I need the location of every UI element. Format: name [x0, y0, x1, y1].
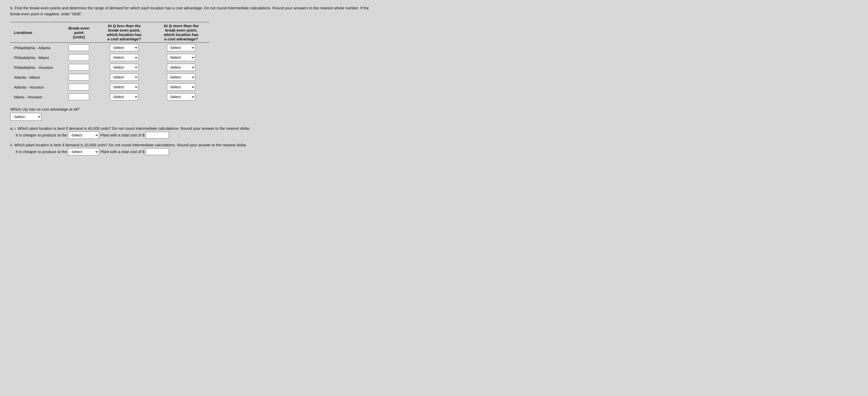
which-city-select[interactable]: -Select-PhiladelphiaAtlantaMiamiHouston: [10, 113, 41, 121]
select-more[interactable]: -Select-PhiladelphiaAtlantaMiamiHouston: [167, 44, 195, 51]
part-c-ii: ii. Which plant location is best if dema…: [10, 142, 858, 155]
part-ci-cost-input[interactable]: [146, 132, 169, 139]
part-ci-period: .: [170, 133, 171, 137]
table-cell-breakeven: [62, 43, 96, 53]
breakeven-input[interactable]: [68, 93, 89, 100]
table-row: Philadelphia - Houston-Select-Philadelph…: [10, 62, 210, 72]
table-cell-select-less: -Select-PhiladelphiaAtlantaMiamiHouston: [96, 92, 153, 102]
table-cell-location: Philadelphia - Atlanta: [10, 43, 62, 53]
table-cell-select-less: -Select-PhiladelphiaAtlantaMiamiHouston: [96, 53, 153, 62]
table-cell-location: Atlanta - Miami: [10, 72, 62, 82]
select-less[interactable]: -Select-PhiladelphiaAtlantaMiamiHouston: [110, 74, 138, 81]
part-cii-text-after: Plant with a total cost of $: [100, 149, 145, 154]
breakeven-input[interactable]: [68, 54, 89, 61]
table-cell-select-more: -Select-PhiladelphiaAtlantaMiamiHouston: [153, 62, 210, 72]
table-cell-select-more: -Select-PhiladelphiaAtlantaMiamiHouston: [153, 43, 210, 53]
breakeven-input[interactable]: [68, 74, 89, 81]
table-row: Philadelphia - Miami-Select-Philadelphia…: [10, 53, 210, 62]
select-more[interactable]: -Select-PhiladelphiaAtlantaMiamiHouston: [167, 74, 195, 81]
part-c-i: c. i. Which plant location is best if de…: [10, 125, 858, 139]
intro-text-b: b. Find the break-even points and determ…: [10, 5, 373, 17]
part-ci-question: i. Which plant location is best if deman…: [15, 126, 250, 131]
part-ci-text-after: Plant with a total cost of $: [100, 133, 145, 137]
table-cell-select-less: -Select-PhiladelphiaAtlantaMiamiHouston: [96, 82, 153, 92]
col-header-at-q-more: At Q more than thebreak-even point,which…: [153, 22, 210, 43]
table-cell-breakeven: [62, 53, 96, 62]
col-header-breakeven: Break-even point(units): [62, 22, 96, 43]
which-city-section: Which city has no cost advantage at all?…: [10, 107, 858, 121]
break-even-table-wrapper: Locations Break-even point(units) At Q l…: [10, 22, 858, 102]
part-cii-cost-input[interactable]: [146, 148, 169, 155]
table-row: Philadelphia - Atlanta-Select-Philadelph…: [10, 43, 210, 53]
select-less[interactable]: -Select-PhiladelphiaAtlantaMiamiHouston: [110, 54, 138, 61]
section-c: c. i. Which plant location is best if de…: [10, 125, 858, 155]
table-cell-breakeven: [62, 72, 96, 82]
select-less[interactable]: -Select-PhiladelphiaAtlantaMiamiHouston: [110, 83, 138, 91]
part-cii-question: ii. Which plant location is best if dema…: [10, 143, 247, 147]
table-cell-breakeven: [62, 82, 96, 92]
table-cell-select-less: -Select-PhiladelphiaAtlantaMiamiHouston: [96, 62, 153, 72]
which-city-question: Which city has no cost advantage at all?: [10, 107, 80, 111]
select-more[interactable]: -Select-PhiladelphiaAtlantaMiamiHouston: [167, 54, 195, 61]
part-cii-location-select[interactable]: -Select-PhiladelphiaAtlantaMiamiHouston: [68, 148, 99, 155]
part-cii-text-before: It is cheaper to produce at the: [16, 149, 67, 154]
breakeven-input[interactable]: [68, 44, 89, 51]
breakeven-input[interactable]: [68, 64, 89, 71]
table-row: Atlanta - Houston-Select-PhiladelphiaAtl…: [10, 82, 210, 92]
table-cell-breakeven: [62, 62, 96, 72]
table-cell-location: Miami - Houston: [10, 92, 62, 102]
table-cell-location: Atlanta - Houston: [10, 82, 62, 92]
breakeven-input[interactable]: [68, 84, 89, 90]
table-cell-select-more: -Select-PhiladelphiaAtlantaMiamiHouston: [153, 53, 210, 62]
col-header-at-q-less: At Q less than thebreak-even point,which…: [96, 22, 153, 43]
table-cell-select-more: -Select-PhiladelphiaAtlantaMiamiHouston: [153, 92, 210, 102]
select-less[interactable]: -Select-PhiladelphiaAtlantaMiamiHouston: [110, 44, 138, 51]
part-ci-text-before: It is cheaper to produce at the: [16, 133, 67, 137]
select-more[interactable]: -Select-PhiladelphiaAtlantaMiamiHouston: [167, 93, 195, 101]
table-cell-breakeven: [62, 92, 96, 102]
table-cell-select-less: -Select-PhiladelphiaAtlantaMiamiHouston: [96, 72, 153, 82]
select-more[interactable]: -Select-PhiladelphiaAtlantaMiamiHouston: [167, 83, 195, 91]
table-cell-location: Philadelphia - Houston: [10, 62, 62, 72]
table-cell-select-more: -Select-PhiladelphiaAtlantaMiamiHouston: [153, 82, 210, 92]
table-row: Miami - Houston-Select-PhiladelphiaAtlan…: [10, 92, 210, 102]
select-less[interactable]: -Select-PhiladelphiaAtlantaMiamiHouston: [110, 93, 138, 101]
col-header-locations: Locations: [10, 22, 62, 43]
part-c-label: c.: [10, 126, 14, 131]
part-cii-period: .: [170, 149, 171, 154]
table-cell-select-less: -Select-PhiladelphiaAtlantaMiamiHouston: [96, 43, 153, 53]
table-row: Atlanta - Miami-Select-PhiladelphiaAtlan…: [10, 72, 210, 82]
table-cell-select-more: -Select-PhiladelphiaAtlantaMiamiHouston: [153, 72, 210, 82]
part-ci-location-select[interactable]: -Select-PhiladelphiaAtlantaMiamiHouston: [68, 132, 99, 139]
select-more[interactable]: -Select-PhiladelphiaAtlantaMiamiHouston: [167, 64, 195, 71]
table-cell-location: Philadelphia - Miami: [10, 53, 62, 62]
select-less[interactable]: -Select-PhiladelphiaAtlantaMiamiHouston: [110, 64, 138, 71]
